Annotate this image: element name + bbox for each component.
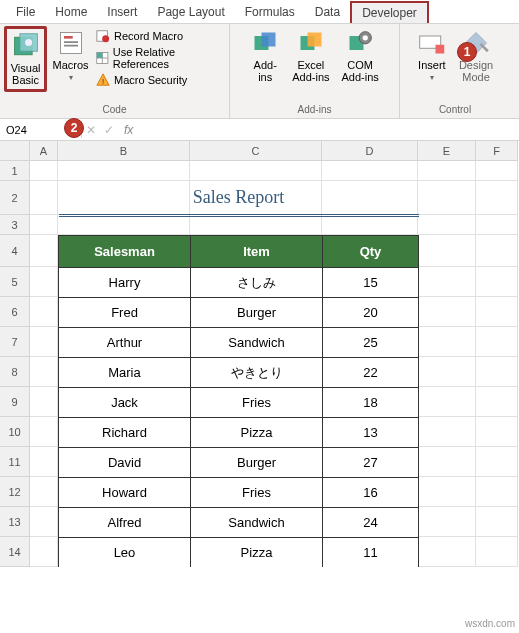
row-header-12[interactable]: 12 bbox=[0, 477, 30, 507]
cell-F3[interactable] bbox=[476, 215, 518, 235]
callout-2: 2 bbox=[64, 118, 84, 138]
cell-F6[interactable] bbox=[476, 297, 518, 327]
row-header-14[interactable]: 14 bbox=[0, 537, 30, 567]
tab-data[interactable]: Data bbox=[305, 2, 350, 22]
macro-security-button[interactable]: ! Macro Security bbox=[94, 72, 225, 88]
fx-icon[interactable]: fx bbox=[118, 123, 139, 137]
table-cell: 27 bbox=[323, 448, 419, 478]
col-header-B[interactable]: B bbox=[58, 141, 190, 161]
table-cell: Fred bbox=[59, 298, 191, 328]
cell-F2[interactable] bbox=[476, 181, 518, 215]
cell-A5[interactable] bbox=[30, 267, 58, 297]
cell-F10[interactable] bbox=[476, 417, 518, 447]
cell-F12[interactable] bbox=[476, 477, 518, 507]
row-header-5[interactable]: 5 bbox=[0, 267, 30, 297]
cell-E3[interactable] bbox=[418, 215, 476, 235]
col-header-E[interactable]: E bbox=[418, 141, 476, 161]
select-all-corner[interactable] bbox=[0, 141, 30, 161]
row-header-3[interactable]: 3 bbox=[0, 215, 30, 235]
cell-F9[interactable] bbox=[476, 387, 518, 417]
col-header-A[interactable]: A bbox=[30, 141, 58, 161]
cell-E6[interactable] bbox=[418, 297, 476, 327]
row-header-7[interactable]: 7 bbox=[0, 327, 30, 357]
cell-E14[interactable] bbox=[418, 537, 476, 567]
col-header-F[interactable]: F bbox=[476, 141, 518, 161]
cell-F7[interactable] bbox=[476, 327, 518, 357]
cell-A2[interactable] bbox=[30, 181, 58, 215]
cell-A6[interactable] bbox=[30, 297, 58, 327]
group-label-code: Code bbox=[4, 103, 225, 116]
addins-button[interactable]: Add- ins bbox=[245, 26, 285, 86]
tab-developer[interactable]: Developer bbox=[350, 1, 429, 23]
cell-E13[interactable] bbox=[418, 507, 476, 537]
row-header-11[interactable]: 11 bbox=[0, 447, 30, 477]
col-header-C[interactable]: C bbox=[190, 141, 322, 161]
cell-F14[interactable] bbox=[476, 537, 518, 567]
cell-E5[interactable] bbox=[418, 267, 476, 297]
cell-F5[interactable] bbox=[476, 267, 518, 297]
group-label-addins: Add-ins bbox=[234, 103, 395, 116]
row-header-6[interactable]: 6 bbox=[0, 297, 30, 327]
cell-E10[interactable] bbox=[418, 417, 476, 447]
cell-A8[interactable] bbox=[30, 357, 58, 387]
row-header-9[interactable]: 9 bbox=[0, 387, 30, 417]
cell-A3[interactable] bbox=[30, 215, 58, 235]
cell-E9[interactable] bbox=[418, 387, 476, 417]
cell-E2[interactable] bbox=[418, 181, 476, 215]
table-cell: Leo bbox=[59, 538, 191, 568]
cell-A12[interactable] bbox=[30, 477, 58, 507]
cell-F11[interactable] bbox=[476, 447, 518, 477]
tab-formulas[interactable]: Formulas bbox=[235, 2, 305, 22]
table-cell: 22 bbox=[323, 358, 419, 388]
tab-page-layout[interactable]: Page Layout bbox=[147, 2, 234, 22]
relative-references-button[interactable]: Use Relative References bbox=[94, 45, 225, 71]
table-cell: Burger bbox=[191, 448, 323, 478]
cell-A4[interactable] bbox=[30, 235, 58, 267]
table-cell: 11 bbox=[323, 538, 419, 568]
tab-file[interactable]: File bbox=[6, 2, 45, 22]
cell-A11[interactable] bbox=[30, 447, 58, 477]
excel-addins-button[interactable]: Excel Add-ins bbox=[287, 26, 334, 86]
cell-E7[interactable] bbox=[418, 327, 476, 357]
worksheet[interactable]: 1234567891011121314 ABCDEF Sales ReportS… bbox=[0, 141, 519, 567]
svg-rect-6 bbox=[64, 45, 78, 47]
cell-E11[interactable] bbox=[418, 447, 476, 477]
record-macro-button[interactable]: Record Macro bbox=[94, 28, 225, 44]
visual-basic-button[interactable]: Visual Basic bbox=[4, 26, 47, 92]
cell-F1[interactable] bbox=[476, 161, 518, 181]
row-header-8[interactable]: 8 bbox=[0, 357, 30, 387]
svg-rect-18 bbox=[307, 33, 321, 47]
row-header-2[interactable]: 2 bbox=[0, 181, 30, 215]
cell-A9[interactable] bbox=[30, 387, 58, 417]
formula-input[interactable] bbox=[139, 128, 519, 132]
insert-control-button[interactable]: Insert ▾ bbox=[412, 26, 452, 85]
tab-home[interactable]: Home bbox=[45, 2, 97, 22]
cell-A10[interactable] bbox=[30, 417, 58, 447]
excel-addins-icon bbox=[297, 29, 325, 57]
com-addins-button[interactable]: COM Add-ins bbox=[337, 26, 384, 86]
row-header-4[interactable]: 4 bbox=[0, 235, 30, 267]
cell-F4[interactable] bbox=[476, 235, 518, 267]
svg-rect-23 bbox=[435, 45, 444, 54]
cell-E1[interactable] bbox=[418, 161, 476, 181]
table-cell: Arthur bbox=[59, 328, 191, 358]
col-header-D[interactable]: D bbox=[322, 141, 418, 161]
table-cell: 24 bbox=[323, 508, 419, 538]
cell-A7[interactable] bbox=[30, 327, 58, 357]
cell-E8[interactable] bbox=[418, 357, 476, 387]
tab-insert[interactable]: Insert bbox=[97, 2, 147, 22]
cell-F8[interactable] bbox=[476, 357, 518, 387]
cell-A1[interactable] bbox=[30, 161, 58, 181]
cell-E12[interactable] bbox=[418, 477, 476, 507]
cell-A14[interactable] bbox=[30, 537, 58, 567]
cell-F13[interactable] bbox=[476, 507, 518, 537]
cell-E4[interactable] bbox=[418, 235, 476, 267]
row-header-13[interactable]: 13 bbox=[0, 507, 30, 537]
macros-button[interactable]: Macros ▾ bbox=[49, 26, 92, 85]
row-header-1[interactable]: 1 bbox=[0, 161, 30, 181]
row-header-10[interactable]: 10 bbox=[0, 417, 30, 447]
svg-point-8 bbox=[102, 35, 109, 42]
table-cell: Richard bbox=[59, 418, 191, 448]
warning-icon: ! bbox=[96, 73, 110, 87]
cell-A13[interactable] bbox=[30, 507, 58, 537]
